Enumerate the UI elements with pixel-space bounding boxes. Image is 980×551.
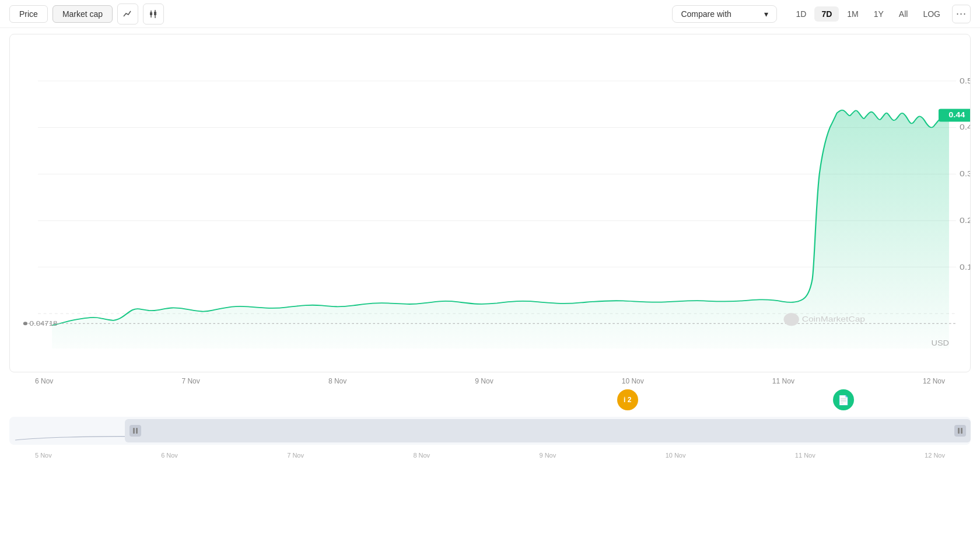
scroll-handle-left[interactable]	[130, 425, 141, 437]
svg-text:0.40: 0.40	[960, 123, 970, 131]
log-button[interactable]: LOG	[916, 6, 947, 22]
svg-text:0.50: 0.50	[960, 76, 970, 85]
time-1m[interactable]: 1M	[840, 6, 865, 22]
candlestick-icon-btn[interactable]	[143, 4, 164, 25]
x-label-11nov: 11 Nov	[772, 377, 794, 385]
svg-text:0.44: 0.44	[949, 111, 965, 120]
event-green-icon: 📄	[838, 395, 849, 406]
svg-text:0.04718: 0.04718	[30, 320, 58, 327]
toolbar: Price Market cap Compare with ▾ 1D 7D 1M…	[0, 0, 980, 28]
svg-text:0.10: 0.10	[960, 263, 970, 271]
price-chart-svg: 0.50 0.40 0.30 0.20 0.10 0.047	[10, 34, 970, 372]
time-1d[interactable]: 1D	[789, 6, 813, 22]
scroll-handle-right[interactable]	[954, 425, 966, 437]
svg-text:0.30: 0.30	[960, 169, 970, 177]
svg-text:0.20: 0.20	[960, 216, 970, 224]
time-1y[interactable]: 1Y	[867, 6, 891, 22]
pause-icon-right	[957, 427, 963, 434]
time-7d[interactable]: 7D	[814, 6, 839, 22]
svg-point-21	[783, 313, 799, 326]
price-tab[interactable]: Price	[9, 5, 48, 23]
svg-point-17	[23, 322, 27, 325]
compare-label: Compare with	[681, 9, 731, 19]
x-label-9nov: 9 Nov	[475, 377, 493, 385]
bottom-x-label-11nov: 11 Nov	[795, 452, 816, 459]
bottom-x-label-12nov: 12 Nov	[925, 452, 945, 459]
svg-rect-1	[150, 12, 152, 15]
compare-dropdown[interactable]: Compare with ▾	[672, 5, 777, 23]
svg-rect-25	[136, 428, 138, 434]
x-axis-labels: 6 Nov 7 Nov 8 Nov 9 Nov 10 Nov 11 Nov 12…	[0, 372, 980, 385]
candlestick-icon	[149, 9, 158, 19]
line-chart-icon	[123, 9, 132, 19]
market-cap-tab[interactable]: Market cap	[52, 5, 113, 23]
event-orange-label: i 2	[624, 396, 631, 404]
scrollbar-thumb[interactable]	[125, 419, 971, 442]
event-bubble-green[interactable]: 📄	[833, 389, 854, 410]
bottom-x-label-6nov: 6 Nov	[161, 452, 178, 459]
x-label-7nov: 7 Nov	[181, 377, 200, 385]
bottom-x-label-8nov: 8 Nov	[413, 452, 430, 459]
ellipsis-icon: ···	[956, 8, 967, 20]
x-label-10nov: 10 Nov	[622, 377, 644, 385]
x-label-8nov: 8 Nov	[328, 377, 346, 385]
bottom-x-axis-labels: 5 Nov 6 Nov 7 Nov 8 Nov 9 Nov 10 Nov 11 …	[0, 447, 980, 459]
svg-text:USD: USD	[932, 339, 949, 347]
events-row: i 2 📄	[9, 385, 971, 414]
x-label-12nov: 12 Nov	[923, 377, 945, 385]
svg-rect-26	[958, 428, 960, 434]
bottom-x-label-5nov: 5 Nov	[35, 452, 52, 459]
bottom-x-label-9nov: 9 Nov	[540, 452, 556, 459]
x-label-6nov: 6 Nov	[35, 377, 53, 385]
time-range-buttons: 1D 7D 1M 1Y All LOG	[789, 6, 947, 22]
chevron-down-icon: ▾	[764, 9, 768, 19]
svg-rect-27	[961, 428, 963, 434]
event-bubble-orange[interactable]: i 2	[617, 389, 638, 410]
bottom-x-label-7nov: 7 Nov	[287, 452, 304, 459]
bottom-x-label-10nov: 10 Nov	[666, 452, 686, 459]
scrollbar-area[interactable]	[9, 417, 971, 445]
svg-rect-24	[133, 428, 135, 434]
time-all[interactable]: All	[892, 6, 915, 22]
main-chart-container: 0.50 0.40 0.30 0.20 0.10 0.047	[9, 34, 971, 372]
more-options-button[interactable]: ···	[952, 5, 971, 23]
svg-rect-3	[154, 12, 156, 15]
line-chart-icon-btn[interactable]	[117, 4, 138, 25]
pause-icon-left	[132, 427, 138, 434]
svg-text:CoinMarketCap: CoinMarketCap	[802, 315, 865, 323]
